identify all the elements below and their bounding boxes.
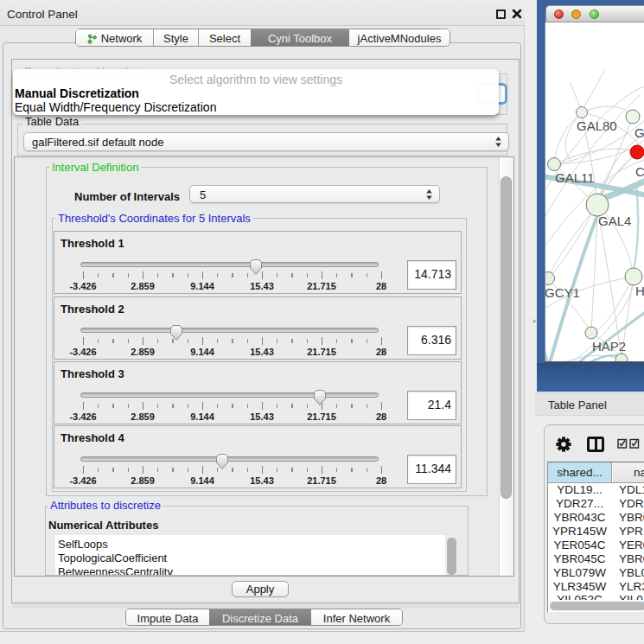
svg-text:GAL4: GAL4 (598, 214, 631, 228)
svg-text:GCY1: GCY1 (545, 285, 580, 300)
svg-text:GAL11: GAL11 (555, 170, 595, 185)
svg-text:HAP2: HAP2 (592, 339, 626, 354)
svg-text:H: H (635, 284, 644, 298)
svg-text:GAL80: GAL80 (577, 118, 617, 133)
svg-text:C: C (635, 164, 644, 179)
svg-text:GA: GA (634, 125, 644, 140)
